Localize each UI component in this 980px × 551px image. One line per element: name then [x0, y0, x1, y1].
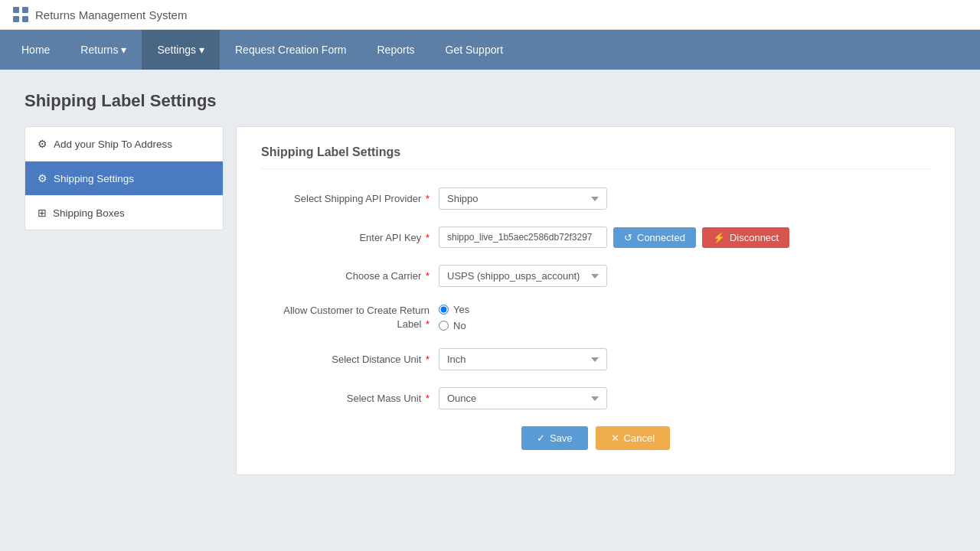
- nav-label-request-creation: Request Creation Form: [235, 44, 347, 56]
- sidebar-label-shipping-boxes: Shipping Boxes: [53, 207, 125, 219]
- radio-group-allow-return: Yes No: [439, 304, 469, 331]
- form-row-carrier: Choose a Carrier * USPS (shippo_usps_acc…: [261, 265, 930, 287]
- svg-rect-3: [22, 16, 28, 22]
- api-key-input[interactable]: [439, 227, 607, 248]
- radio-no[interactable]: No: [439, 320, 469, 331]
- select-mass-unit[interactable]: Ounce Gram Pound Kilogram: [439, 387, 607, 409]
- panel-title: Shipping Label Settings: [261, 145, 930, 169]
- grid-icon-boxes: [38, 207, 47, 219]
- label-api-provider: Select Shipping API Provider *: [261, 193, 430, 204]
- nav-label-returns: Returns: [80, 44, 118, 56]
- radio-no-label: No: [453, 320, 466, 331]
- nav-item-settings[interactable]: Settings ▾: [142, 30, 220, 70]
- app-logo: Returns Management System: [12, 6, 187, 23]
- nav-label-reports: Reports: [377, 44, 415, 56]
- gear-icon-shipping: [38, 172, 47, 184]
- svg-rect-1: [22, 7, 28, 13]
- api-key-group: Connected Disconnect: [439, 227, 789, 248]
- svg-rect-2: [13, 16, 19, 22]
- required-api-provider: *: [426, 193, 430, 204]
- select-carrier[interactable]: USPS (shippo_usps_account) UPS FedEx: [439, 265, 607, 287]
- label-allow-return: Allow Customer to Create Return Label *: [261, 304, 430, 331]
- nav-label-settings: Settings: [157, 44, 196, 56]
- top-bar: Returns Management System: [0, 0, 980, 30]
- form-actions: Save Cancel: [261, 426, 930, 450]
- settings-dropdown-icon: ▾: [199, 44, 204, 56]
- required-api-key: *: [426, 232, 430, 243]
- required-distance-unit: *: [426, 354, 430, 365]
- radio-no-input[interactable]: [439, 321, 449, 331]
- connected-button[interactable]: Connected: [613, 227, 696, 248]
- form-row-mass-unit: Select Mass Unit * Ounce Gram Pound Kilo…: [261, 387, 930, 409]
- label-api-key: Enter API Key *: [261, 232, 430, 243]
- page-title: Shipping Label Settings: [24, 91, 956, 111]
- sidebar-item-shipping-boxes[interactable]: Shipping Boxes: [25, 196, 223, 230]
- select-api-provider[interactable]: Shippo EasyPost ShipStation: [439, 187, 607, 210]
- main-panel: Shipping Label Settings Select Shipping …: [236, 126, 956, 475]
- nav-bar: Home Returns ▾ Settings ▾ Request Creati…: [0, 30, 980, 70]
- nav-item-get-support[interactable]: Get Support: [430, 30, 519, 70]
- plug-icon: [713, 232, 725, 243]
- refresh-icon: [624, 232, 632, 243]
- sidebar-item-ship-to-address[interactable]: Add your Ship To Address: [25, 127, 223, 161]
- disconnect-button[interactable]: Disconnect: [702, 227, 789, 248]
- app-title: Returns Management System: [35, 8, 187, 21]
- sidebar-item-shipping-settings[interactable]: Shipping Settings: [25, 161, 223, 196]
- gear-icon-ship: [38, 138, 47, 150]
- required-allow-return: *: [426, 318, 430, 330]
- nav-item-returns[interactable]: Returns ▾: [65, 30, 142, 70]
- save-button[interactable]: Save: [521, 426, 588, 450]
- returns-dropdown-icon: ▾: [121, 44, 126, 56]
- sidebar: Add your Ship To Address Shipping Settin…: [24, 126, 224, 230]
- logo-icon: [12, 6, 29, 23]
- radio-yes-label: Yes: [453, 304, 469, 315]
- radio-yes-input[interactable]: [439, 305, 449, 315]
- svg-rect-0: [13, 7, 19, 13]
- sidebar-label-ship-to-address: Add your Ship To Address: [54, 139, 172, 150]
- form-row-distance-unit: Select Distance Unit * Inch Centimeter: [261, 348, 930, 370]
- times-icon: [611, 432, 619, 444]
- check-icon: [537, 432, 545, 444]
- form-row-api-provider: Select Shipping API Provider * Shippo Ea…: [261, 187, 930, 210]
- form-row-allow-return: Allow Customer to Create Return Label * …: [261, 304, 930, 331]
- page-content: Shipping Label Settings Add your Ship To…: [0, 70, 980, 497]
- required-mass-unit: *: [426, 393, 430, 404]
- nav-item-request-creation[interactable]: Request Creation Form: [220, 30, 362, 70]
- sidebar-label-shipping-settings: Shipping Settings: [54, 173, 134, 184]
- form-row-api-key: Enter API Key * Connected Disconnect: [261, 227, 930, 248]
- label-mass-unit: Select Mass Unit *: [261, 393, 430, 404]
- nav-item-reports[interactable]: Reports: [362, 30, 430, 70]
- label-carrier: Choose a Carrier *: [261, 270, 430, 282]
- label-distance-unit: Select Distance Unit *: [261, 354, 430, 365]
- cancel-button[interactable]: Cancel: [596, 426, 670, 450]
- select-distance-unit[interactable]: Inch Centimeter: [439, 348, 607, 370]
- nav-item-home[interactable]: Home: [6, 30, 65, 70]
- required-carrier: *: [426, 270, 430, 282]
- radio-yes[interactable]: Yes: [439, 304, 469, 315]
- layout: Add your Ship To Address Shipping Settin…: [24, 126, 956, 475]
- nav-label-home: Home: [21, 44, 50, 56]
- nav-label-get-support: Get Support: [446, 44, 504, 56]
